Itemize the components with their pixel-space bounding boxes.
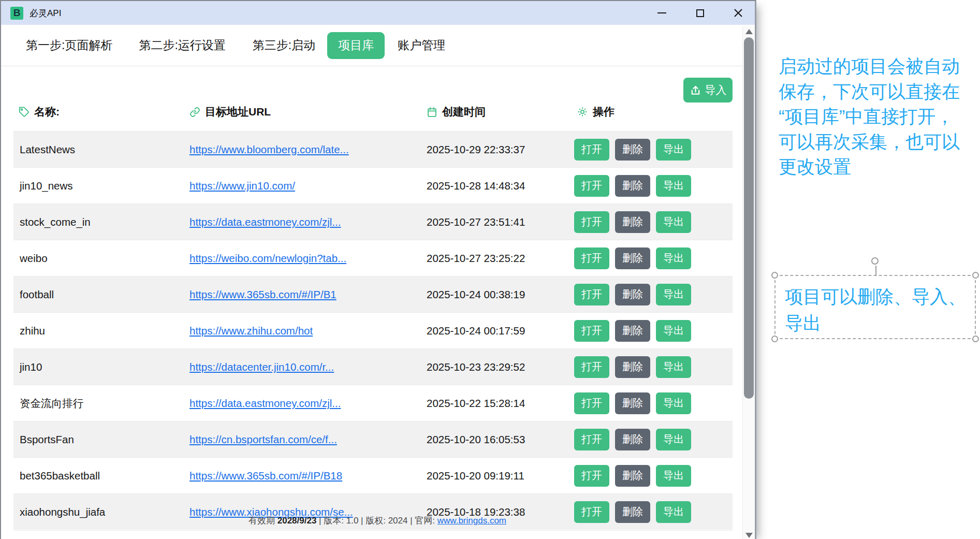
row-actions: 打开 删除 导出	[574, 356, 691, 378]
export-button[interactable]: 导出	[656, 175, 691, 197]
row-actions: 打开 删除 导出	[574, 175, 691, 197]
open-button[interactable]: 打开	[574, 501, 609, 523]
export-button[interactable]: 导出	[656, 356, 691, 378]
close-button[interactable]	[731, 6, 745, 20]
resize-handle-top-right[interactable]	[972, 272, 979, 279]
annotation-textbox-selected[interactable]: 项目可以删除、导入、 导出	[774, 275, 976, 339]
project-url-link[interactable]: https://www.365sb.com/#/IP/B18	[189, 470, 342, 482]
open-button[interactable]: 打开	[574, 175, 609, 197]
delete-button[interactable]: 删除	[615, 175, 650, 197]
tag-icon	[18, 106, 30, 118]
project-name: weibo	[20, 252, 48, 265]
delete-button[interactable]: 删除	[615, 356, 650, 378]
window-controls	[654, 1, 745, 25]
delete-button[interactable]: 删除	[615, 247, 650, 269]
project-name: stock_come_in	[20, 216, 91, 228]
project-url-link[interactable]: https://data.eastmoney.com/zjl...	[189, 216, 341, 228]
project-created-time: 2025-10-24 00:38:19	[427, 288, 525, 301]
gear-icon	[577, 106, 588, 118]
table-row: 资金流向排行 https://data.eastmoney.com/zjl...…	[13, 385, 733, 421]
delete-button[interactable]: 删除	[615, 392, 650, 414]
rotate-handle[interactable]	[871, 257, 879, 265]
minimize-button[interactable]	[654, 6, 669, 20]
table-row: LatestNews https://www.bloomberg.com/lat…	[13, 131, 733, 167]
maximize-button[interactable]	[693, 6, 707, 20]
app-logo: B	[10, 7, 23, 20]
export-button[interactable]: 导出	[656, 284, 691, 305]
open-button[interactable]: 打开	[574, 139, 609, 161]
tabbar: 第一步:页面解析 第二步:运行设置 第三步:启动 项目库 账户管理	[1, 25, 743, 66]
export-button[interactable]: 导出	[656, 501, 691, 523]
titlebar: B 必灵API	[1, 1, 755, 25]
delete-button[interactable]: 删除	[615, 501, 650, 523]
scrollbar-thumb[interactable]	[744, 37, 754, 399]
row-actions: 打开 删除 导出	[574, 284, 691, 305]
open-button[interactable]: 打开	[574, 465, 609, 487]
export-button[interactable]: 导出	[656, 429, 691, 450]
tab-step1-page-parse[interactable]: 第一步:页面解析	[26, 37, 112, 53]
tab-project-library[interactable]: 项目库	[327, 32, 385, 59]
delete-button[interactable]: 删除	[615, 139, 650, 161]
table-row: jin10_news https://www.jin10.com/ 2025-1…	[13, 167, 733, 203]
export-button[interactable]: 导出	[656, 465, 691, 487]
project-created-time: 2025-10-20 16:05:53	[427, 433, 525, 446]
project-url-link[interactable]: https://data.eastmoney.com/zjl...	[189, 397, 341, 410]
tab-step3-launch[interactable]: 第三步:启动	[253, 37, 315, 53]
open-button[interactable]: 打开	[574, 211, 609, 233]
table-row: bet365basketball https://www.365sb.com/#…	[13, 457, 733, 493]
column-header-url-label: 目标地址URL	[205, 105, 271, 119]
open-button[interactable]: 打开	[574, 320, 609, 342]
column-header-url: 目标地址URL	[189, 105, 271, 119]
project-url-link[interactable]: https://www.zhihu.com/hot	[189, 325, 313, 337]
delete-button[interactable]: 删除	[615, 465, 650, 487]
project-created-time: 2025-10-22 15:28:14	[427, 397, 525, 410]
project-created-time: 2025-10-28 14:48:34	[427, 180, 525, 192]
scroll-down-arrow-icon[interactable]	[745, 533, 753, 538]
project-url-link[interactable]: https://www.bloomberg.com/late...	[189, 143, 349, 156]
project-created-time: 2025-10-27 23:25:22	[427, 252, 525, 265]
project-created-time: 2025-10-29 22:33:37	[427, 143, 525, 156]
table-header: 名称: 目标地址URL 创建时间 操作	[1, 105, 756, 128]
export-button[interactable]: 导出	[656, 139, 691, 161]
open-button[interactable]: 打开	[574, 247, 609, 269]
project-url-link[interactable]: https://www.jin10.com/	[189, 180, 295, 192]
row-actions: 打开 删除 导出	[574, 501, 691, 523]
footer-middle: | 版本: 1.0 | 版权: 2024 | 官网:	[316, 516, 437, 526]
import-button[interactable]: 导入	[683, 78, 733, 103]
open-button[interactable]: 打开	[574, 284, 609, 305]
resize-handle-bottom-left[interactable]	[771, 336, 778, 342]
vertical-scrollbar[interactable]	[742, 26, 754, 539]
tab-step2-run-settings[interactable]: 第二步:运行设置	[139, 37, 225, 53]
project-url-link[interactable]: https://cn.bsportsfan.com/ce/f...	[189, 433, 337, 446]
row-actions: 打开 删除 导出	[574, 320, 691, 342]
row-actions: 打开 删除 导出	[574, 247, 691, 269]
annotation-note-saved-projects: 启动过的项目会被自动 保存，下次可以直接在 “项目库”中直接打开， 可以再次采集…	[779, 54, 978, 180]
table-row: weibo https://weibo.com/newlogin?tab... …	[13, 240, 733, 276]
export-button[interactable]: 导出	[656, 320, 691, 342]
official-site-link[interactable]: www.bringds.com	[437, 516, 506, 526]
row-actions: 打开 删除 导出	[574, 465, 691, 487]
project-url-link[interactable]: https://www.365sb.com/#/IP/B1	[189, 288, 337, 301]
row-actions: 打开 删除 导出	[574, 392, 691, 414]
app-title: 必灵API	[30, 7, 61, 19]
delete-button[interactable]: 删除	[615, 211, 650, 233]
scroll-up-arrow-icon[interactable]	[745, 29, 753, 34]
open-button[interactable]: 打开	[574, 392, 609, 414]
project-url-link[interactable]: https://weibo.com/newlogin?tab...	[189, 252, 346, 265]
delete-button[interactable]: 删除	[615, 429, 650, 450]
open-button[interactable]: 打开	[574, 356, 609, 378]
open-button[interactable]: 打开	[574, 429, 609, 450]
export-button[interactable]: 导出	[656, 392, 691, 414]
tab-account-management[interactable]: 账户管理	[398, 37, 445, 53]
export-button[interactable]: 导出	[656, 211, 691, 233]
project-table: LatestNews https://www.bloomberg.com/lat…	[13, 131, 733, 530]
export-button[interactable]: 导出	[656, 247, 691, 269]
column-header-actions: 操作	[577, 105, 615, 119]
project-created-time: 2025-10-23 23:29:52	[427, 361, 525, 373]
table-row: football https://www.365sb.com/#/IP/B1 2…	[13, 276, 733, 312]
delete-button[interactable]: 删除	[615, 320, 650, 342]
resize-handle-top-left[interactable]	[771, 272, 778, 279]
project-url-link[interactable]: https://datacenter.jin10.com/r...	[189, 361, 334, 373]
delete-button[interactable]: 删除	[615, 284, 650, 305]
resize-handle-bottom-right[interactable]	[972, 336, 979, 342]
